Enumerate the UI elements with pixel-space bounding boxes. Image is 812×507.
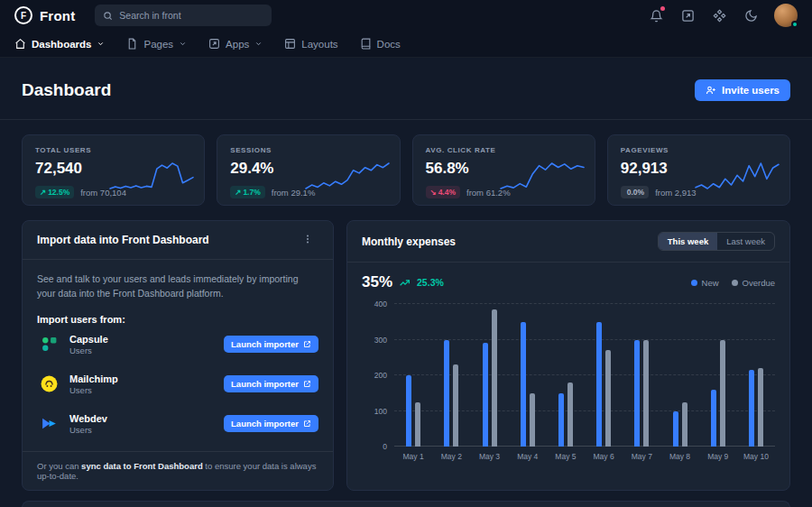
bar-new [444, 340, 449, 447]
range-toggle: This week Last week [658, 232, 775, 251]
legend-label: Overdue [743, 278, 775, 288]
import-card-title: Import data into Front Dashboard [37, 234, 209, 246]
bar-group [509, 304, 547, 447]
import-item-text: Mailchimp Users [69, 373, 118, 395]
theme-toggle-button[interactable] [743, 7, 759, 23]
import-item-text: Capsule Users [69, 333, 108, 355]
invite-users-button[interactable]: Invite users [695, 79, 790, 101]
stat-card-total-users: TOTAL USERS 72,540 ↗12.5% from 70,104 [22, 134, 205, 206]
bar-group [737, 304, 775, 447]
bell-icon [650, 9, 663, 23]
bar-new [634, 340, 640, 447]
bar-new [521, 322, 526, 447]
bar-overdue [605, 350, 611, 447]
apps-button[interactable] [711, 7, 727, 23]
expenses-plot: 0100200300400 [394, 304, 775, 447]
nav-label: Layouts [301, 39, 337, 50]
bar-new [558, 393, 564, 447]
trend-change: 1.7% [243, 188, 260, 197]
bar-overdue [415, 402, 420, 447]
topbar-actions [648, 4, 798, 27]
nav-docs[interactable]: Docs [360, 38, 401, 50]
legend-item-new: New [691, 278, 719, 288]
x-tick-label: May 5 [547, 452, 585, 461]
y-tick-label: 200 [362, 371, 387, 380]
stats-row: TOTAL USERS 72,540 ↗12.5% from 70,104 SE… [22, 134, 790, 206]
search-icon [103, 11, 113, 21]
chart-legend: New Overdue [691, 278, 775, 288]
chevron-down-icon [97, 40, 105, 48]
monthly-expenses-card: Monthly expenses This week Last week 35%… [346, 220, 790, 491]
import-item-type: Users [69, 425, 107, 435]
x-tick-label: May 1 [394, 452, 432, 461]
x-tick-label: May 3 [470, 452, 508, 461]
capsule-logo-icon [37, 333, 60, 356]
y-tick-label: 300 [362, 336, 387, 345]
bar-overdue [567, 383, 573, 447]
bar-new [406, 375, 411, 447]
x-tick-label: May 2 [432, 452, 470, 461]
expenses-card-body: 35% 25.3% New Overdue 0100200300400 May … [347, 263, 789, 472]
stat-card-pageviews: PAGEVIEWS 92,913 0.0% from 2,913 [607, 134, 790, 206]
nav-label: Pages [143, 39, 173, 50]
more-options-button[interactable] [297, 232, 318, 248]
bar-new [483, 343, 488, 447]
external-link-icon [303, 419, 311, 428]
list-item-capsule: Capsule Users Launch importer [37, 325, 318, 364]
list-item-mailchimp: Mailchimp Users Launch importer [37, 364, 318, 404]
y-tick-label: 100 [362, 407, 387, 416]
trend-up-icon: ↗ [235, 188, 241, 197]
account-menu-button[interactable] [774, 4, 798, 27]
import-item-name: Mailchimp [69, 373, 118, 385]
brand[interactable]: F Front [14, 6, 75, 24]
launch-box-icon [208, 38, 220, 50]
stat-label: SESSIONS [230, 146, 386, 154]
nav-dashboards[interactable]: Dashboards [14, 38, 105, 50]
import-card-footer: Or you can sync data to Front Dashboard … [23, 451, 333, 490]
notification-dot [660, 6, 665, 11]
sync-data-link[interactable]: sync data to Front Dashboard [81, 461, 203, 471]
launch-importer-mailchimp-button[interactable]: Launch importer [224, 375, 318, 392]
notifications-button[interactable] [648, 7, 664, 23]
tab-this-week[interactable]: This week [659, 233, 717, 250]
home-icon [14, 38, 26, 50]
brand-name: Front [40, 8, 75, 23]
sparkline-chart [306, 161, 389, 191]
shortcuts-button[interactable] [679, 7, 696, 23]
launch-importer-webdev-button[interactable]: Launch importer [224, 415, 318, 432]
legend-item-overdue: Overdue [732, 278, 775, 288]
tab-last-week[interactable]: Last week [717, 233, 774, 250]
page-header: Dashboard Invite users [0, 58, 812, 120]
bar-new [673, 411, 678, 447]
import-item-type: Users [69, 346, 108, 355]
expenses-card-title: Monthly expenses [362, 235, 456, 248]
invite-users-label: Invite users [722, 85, 780, 96]
launch-importer-capsule-button[interactable]: Launch importer [224, 336, 318, 353]
online-status-dot [791, 21, 798, 28]
nav-pages[interactable]: Pages [126, 38, 187, 50]
bar-group [623, 304, 660, 447]
import-item-type: Users [69, 385, 118, 395]
apps-grid-icon [713, 9, 726, 23]
nav-apps[interactable]: Apps [208, 38, 263, 50]
stat-from: from 2,913 [655, 188, 696, 198]
import-card-header: Import data into Front Dashboard [23, 221, 333, 260]
x-tick-label: May 6 [585, 452, 623, 461]
import-item-name: Capsule [69, 333, 108, 346]
x-tick-label: May 10 [737, 452, 775, 461]
expenses-card-header: Monthly expenses This week Last week [347, 221, 789, 263]
import-description: See and talk to your users and leads imm… [37, 272, 318, 301]
trend-change: 4.4% [438, 188, 456, 197]
expenses-headline-change: 25.3% [417, 277, 444, 288]
search-box[interactable] [95, 5, 272, 26]
search-input[interactable] [119, 10, 254, 21]
nav-layouts[interactable]: Layouts [284, 38, 337, 50]
y-tick-label: 400 [362, 300, 387, 309]
legend-label: New [702, 278, 719, 288]
person-plus-icon [706, 85, 716, 96]
webdev-logo-icon [37, 412, 60, 436]
trend-badge: 0.0% [621, 186, 649, 198]
bar-group [470, 304, 508, 447]
expenses-x-labels: May 1May 2May 3May 4May 5May 6May 7May 8… [394, 452, 775, 461]
bar-overdue [530, 393, 535, 447]
